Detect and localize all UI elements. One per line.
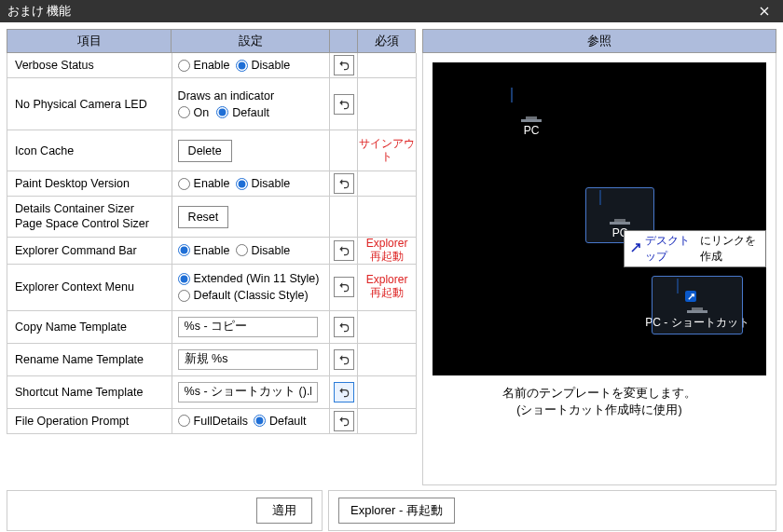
header-undo (330, 29, 358, 53)
reset-details-button[interactable]: Reset (178, 206, 229, 228)
undo-copytpl[interactable] (334, 317, 354, 337)
row-context-menu: Explorer Context Menu Extended (Win 11 S… (7, 265, 417, 311)
label-led: No Physical Camera LED (15, 98, 147, 111)
close-button[interactable] (746, 0, 783, 22)
delete-cache-button[interactable]: Delete (178, 140, 232, 162)
undo-led[interactable] (334, 94, 354, 115)
tooltip-create-link: デスクトップ にリンクを作成 (624, 230, 766, 267)
label-sctpl: Shortcut Name Template (15, 386, 143, 399)
label-cache: Icon Cache (15, 144, 74, 157)
row-camera-led: No Physical Camera LED Draws an indicato… (7, 78, 417, 130)
undo-fop[interactable] (334, 411, 354, 431)
verbose-disable[interactable]: Disable (236, 59, 291, 72)
ctx-extended[interactable]: Extended (Win 11 Style) (178, 272, 320, 285)
rename-template-input[interactable] (178, 349, 318, 370)
row-copy-template: Copy Name Template (7, 311, 417, 344)
caption-line-2: (ショートカット作成時に使用) (433, 402, 766, 418)
label-copytpl: Copy Name Template (15, 321, 127, 334)
row-command-bar: Explorer Command Bar Enable Disable Expl… (7, 238, 417, 265)
pc-icon (511, 89, 552, 122)
row-paint-desktop: Paint Desktop Version Enable Disable (7, 171, 417, 197)
bottom-box-left: 適用 (7, 490, 323, 531)
cmdbar-disable[interactable]: Disable (236, 244, 291, 257)
row-details-sizer: Details Container Sizer Page Space Contr… (7, 197, 417, 238)
caption-line-1: 名前のテンプレートを変更します。 (433, 385, 766, 402)
row-verbose-status: Verbose Status Enable Disable (7, 53, 417, 78)
preview-caption: 名前のテンプレートを変更します。 (ショートカット作成時に使用) (433, 385, 766, 418)
desktop-icon-pc-1: PC (498, 86, 565, 140)
undo-cmdbar[interactable] (334, 240, 354, 261)
undo-renametpl[interactable] (334, 349, 354, 370)
settings-panel: 項目 設定 必須 Verbose Status Enable Disable N… (7, 29, 417, 485)
desktop-icon-label-1: PC (524, 124, 540, 137)
label-paint: Paint Desktop Version (15, 177, 130, 190)
desktop-icon-label-3: PC - ショートカット (645, 315, 749, 331)
apply-button[interactable]: 適用 (256, 498, 312, 524)
copy-template-input[interactable] (178, 317, 318, 337)
fop-full[interactable]: FullDetails (178, 415, 248, 428)
label-ctx: Explorer Context Menu (15, 280, 134, 293)
preview-panel: 参照 PC PC (422, 29, 776, 485)
label-renametpl: Rename Name Template (15, 353, 144, 366)
verbose-enable[interactable]: Enable (178, 59, 230, 72)
tooltip-part-1: デスクトップ (645, 233, 696, 265)
ctx-classic[interactable]: Default (Classic Style) (178, 289, 309, 302)
header-reference: 参照 (422, 29, 776, 53)
req-cache: サインアウト (358, 138, 416, 164)
label-fop: File Operation Prompt (15, 415, 129, 428)
cmdbar-enable[interactable]: Enable (178, 244, 230, 257)
req-ctx: Explorer 再起動 (366, 274, 408, 300)
pc-icon (677, 280, 718, 313)
pc-icon (599, 191, 640, 225)
undo-sctpl[interactable] (334, 382, 354, 402)
shortcut-arrow-icon (685, 291, 696, 302)
undo-paint[interactable] (334, 173, 354, 194)
led-default[interactable]: Default (216, 106, 269, 119)
undo-ctx[interactable] (334, 277, 354, 297)
label-verbose: Verbose Status (15, 59, 94, 72)
row-shortcut-template: Shortcut Name Template (7, 376, 417, 409)
desktop-icon-shortcut: PC - ショートカット (652, 277, 742, 334)
undo-verbose[interactable] (334, 55, 354, 75)
label-cmdbar: Explorer Command Bar (15, 244, 137, 257)
link-arrow-icon (630, 242, 641, 256)
paint-enable[interactable]: Enable (178, 177, 230, 190)
window-title: おまけ 機能 (7, 4, 71, 20)
shortcut-template-input[interactable] (178, 382, 318, 402)
fop-default[interactable]: Default (254, 415, 307, 428)
row-rename-template: Rename Name Template (7, 344, 417, 376)
bottom-box-right: Explorer - 再起動 (328, 490, 776, 531)
label-details-1: Details Container Sizer (15, 202, 134, 217)
row-icon-cache: Icon Cache Delete サインアウト (7, 130, 417, 171)
explorer-restart-button[interactable]: Explorer - 再起動 (338, 498, 455, 524)
desktop-preview: PC PC PC - ショートカット (433, 62, 766, 375)
header-item: 項目 (7, 29, 172, 53)
led-desc: Draws an indicator (178, 89, 275, 102)
label-details-2: Page Space Control Sizer (15, 217, 149, 232)
header-setting: 設定 (172, 29, 330, 53)
led-on[interactable]: On (178, 106, 210, 119)
header-required: 必須 (358, 29, 416, 53)
row-file-op: File Operation Prompt FullDetails Defaul… (7, 409, 417, 434)
paint-disable[interactable]: Disable (236, 177, 291, 190)
title-bar: おまけ 機能 (0, 0, 783, 22)
req-cmdbar: Explorer 再起動 (366, 238, 408, 264)
tooltip-part-2: にリンクを作成 (700, 233, 760, 265)
